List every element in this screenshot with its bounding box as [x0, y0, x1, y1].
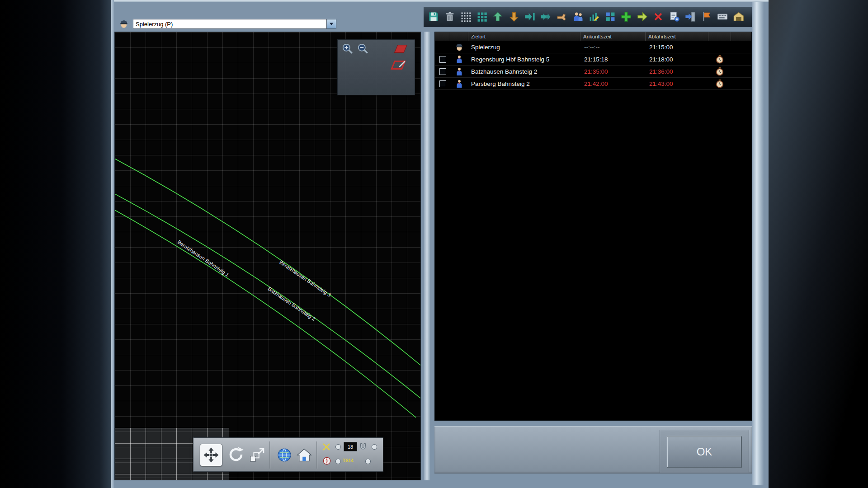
train-selector[interactable]: Spielerzug (P)	[133, 19, 336, 29]
cut-tool-icon[interactable]	[322, 442, 331, 451]
track-line[interactable]	[115, 209, 416, 418]
add-arrow-icon[interactable]	[636, 10, 649, 23]
screen-right-band	[769, 0, 868, 488]
move-button[interactable]	[200, 444, 222, 466]
header-extra-col	[731, 32, 751, 41]
pick-hand-icon[interactable]	[556, 10, 568, 23]
toolbar-divider	[316, 441, 317, 469]
radio-button[interactable]	[364, 458, 372, 465]
radio-button[interactable]	[371, 443, 378, 450]
passenger-icon	[455, 79, 464, 88]
save-icon[interactable]	[427, 10, 440, 23]
radio-button[interactable]	[335, 443, 342, 450]
flag-icon[interactable]	[700, 10, 713, 23]
frame-highlight-top	[111, 0, 769, 2]
driver-icon	[119, 19, 129, 29]
frame-highlight-middle	[424, 32, 430, 480]
table-row[interactable]: Batzhausen Bahnsteig 221:35:0021:36:00	[435, 66, 751, 78]
keyboard-icon[interactable]	[716, 10, 729, 23]
remove-x-icon[interactable]	[652, 10, 665, 23]
map-overlay-panel	[337, 39, 415, 95]
frame-highlight-right	[752, 2, 764, 485]
frame-highlight-left	[111, 0, 114, 488]
map-canvas[interactable]: Beratzhausen Bahnsteig 1 Beratzhausen Ba…	[114, 32, 421, 480]
header-icon-col	[450, 32, 468, 41]
destination-label: Batzhausen Bahnsteig 2	[471, 68, 537, 75]
destination-label: Parsberg Bahnsteig 2	[471, 80, 530, 87]
timetable-toolbar	[424, 7, 752, 27]
track-line[interactable]	[115, 158, 420, 367]
zoom-in-icon[interactable]	[341, 42, 354, 55]
passenger-icon	[455, 67, 464, 76]
toolbar-divider	[269, 441, 270, 469]
map-toolbar: 18 TS14	[193, 437, 383, 472]
table-row[interactable]: Regensburg Hbf Bahnsteig 521:15:1821:18:…	[435, 53, 751, 66]
header-ankunftszeit: Ankunftszeit	[580, 32, 646, 41]
add-plus-icon[interactable]	[620, 10, 632, 23]
passengers-icon[interactable]	[572, 10, 585, 23]
compass-icon[interactable]	[323, 457, 331, 465]
train-selector-value: Spielerzug (P)	[133, 21, 326, 28]
departure-time[interactable]: 21:36:00	[649, 68, 673, 75]
form-gear-icon[interactable]	[668, 10, 681, 23]
snap-magnet-icon[interactable]	[359, 442, 367, 450]
door-enter-icon[interactable]	[684, 10, 697, 23]
track-label: Batzhausen Bahnsteig 2	[267, 286, 316, 322]
depot-icon[interactable]	[732, 10, 745, 23]
clock-icon[interactable]	[715, 79, 724, 88]
chart-edit-icon[interactable]	[588, 10, 600, 23]
rotate-button[interactable]	[227, 446, 245, 464]
zoom-out-icon[interactable]	[357, 42, 369, 55]
arrival-time[interactable]: 21:15:18	[584, 56, 608, 63]
passenger-icon	[455, 55, 464, 64]
departure-time[interactable]: 21:18:00	[649, 56, 673, 63]
track-id-label: TS14	[343, 457, 361, 464]
screen-left-band	[0, 0, 111, 488]
row-checkbox[interactable]	[439, 68, 446, 75]
header-checkbox-col	[435, 32, 450, 41]
grid-large-icon[interactable]	[476, 10, 488, 23]
destination-label: Spielerzug	[471, 44, 500, 51]
move-down-icon[interactable]	[508, 10, 520, 23]
destination-label: Regensburg Hbf Bahnsteig 5	[471, 56, 549, 63]
table-header: Zielort Ankunftszeit Abfahrtszeit	[435, 32, 751, 41]
table-row[interactable]: Spielerzug--:--:--21:15:00	[435, 41, 751, 53]
radio-button[interactable]	[335, 458, 342, 465]
header-zielort: Zielort	[468, 32, 580, 41]
table-row[interactable]: Parsberg Bahnsteig 221:42:0021:43:00	[435, 78, 751, 90]
chevron-down-icon[interactable]	[326, 19, 336, 28]
clock-icon[interactable]	[715, 67, 724, 76]
insert-row-icon[interactable]	[524, 10, 536, 23]
move-up-icon[interactable]	[491, 10, 504, 23]
driver-icon	[455, 42, 464, 52]
globe-button[interactable]	[276, 446, 293, 464]
home-button[interactable]	[296, 446, 313, 464]
track-layer: Beratzhausen Bahnsteig 1 Beratzhausen Ba…	[115, 32, 420, 480]
red-shape-icon[interactable]	[392, 43, 410, 54]
grid-size-value[interactable]: 18	[344, 442, 357, 451]
free-move-button[interactable]	[249, 446, 266, 464]
header-abfahrtszeit: Abfahrtszeit	[646, 32, 708, 41]
departure-time[interactable]: 21:43:00	[649, 80, 673, 87]
arrival-time[interactable]: 21:35:00	[584, 68, 608, 75]
arrival-time[interactable]: --:--:--	[584, 44, 599, 51]
ok-button[interactable]: OK	[667, 436, 742, 468]
track-line[interactable]	[115, 192, 420, 398]
timetable-table[interactable]: Zielort Ankunftszeit Abfahrtszeit Spiele…	[434, 32, 752, 421]
delete-icon[interactable]	[443, 10, 456, 23]
row-checkbox[interactable]	[439, 56, 446, 63]
track-label: Beratzhausen Bahnsteig 3	[278, 259, 332, 298]
departure-time[interactable]: 21:15:00	[649, 44, 673, 51]
arrival-time[interactable]: 21:42:00	[584, 80, 608, 87]
header-clock-col	[708, 32, 731, 41]
table-body: Spielerzug--:--:--21:15:00Regensburg Hbf…	[435, 41, 751, 90]
row-checkbox[interactable]	[439, 80, 446, 87]
red-shape-edit-icon[interactable]	[389, 59, 409, 71]
clock-icon[interactable]	[715, 55, 724, 64]
append-row-icon[interactable]	[540, 10, 552, 23]
grid-small-icon[interactable]	[459, 10, 472, 23]
grid-blue-icon[interactable]	[604, 10, 617, 23]
